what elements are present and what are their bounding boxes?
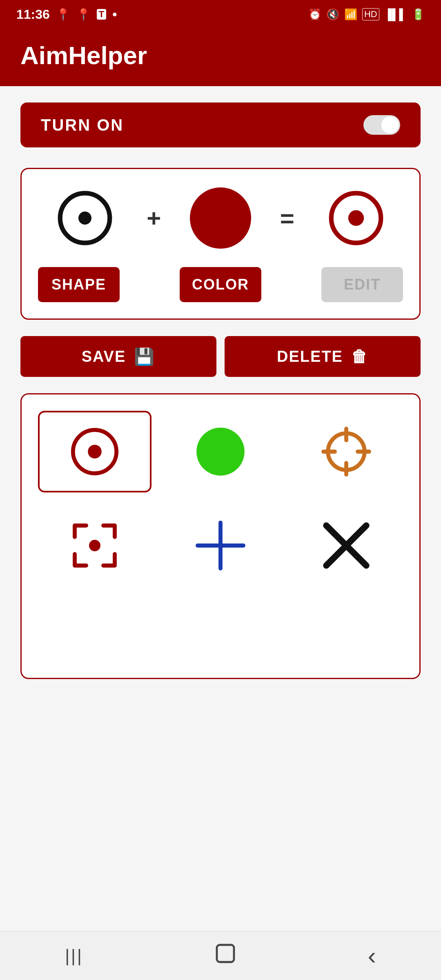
- app-title: AimHelper: [20, 41, 147, 69]
- status-bar-right: ⏰ 🔇 📶 HD ▐▌▌ 🔋: [308, 8, 425, 21]
- battery-icon: 🔋: [412, 8, 425, 21]
- delete-button[interactable]: DELETE 🗑: [225, 336, 421, 377]
- svg-point-6: [196, 428, 245, 476]
- color-button[interactable]: COLOR: [180, 267, 261, 302]
- crosshair-item-2[interactable]: [164, 411, 277, 492]
- shape-button[interactable]: SHAPE: [38, 267, 120, 302]
- alarm-icon: ⏰: [308, 8, 321, 21]
- trash-icon: 🗑: [351, 347, 368, 366]
- result-preview: [323, 185, 389, 251]
- action-buttons-row: SHAPE COLOR EDIT: [38, 267, 403, 302]
- save-delete-row: SAVE 💾 DELETE 🗑: [20, 336, 421, 377]
- turn-on-label: TURN ON: [41, 116, 124, 134]
- crosshair-item-5[interactable]: [164, 505, 277, 586]
- toggle-switch[interactable]: [363, 115, 400, 135]
- svg-point-1: [78, 212, 91, 225]
- green-circle-icon: [192, 423, 249, 480]
- crosshair-preview-card: + = SHAPE COLOR EDIT: [20, 168, 421, 320]
- bullseye-red-icon: [66, 423, 123, 480]
- crosshair-preview-row: + =: [38, 185, 403, 251]
- edit-button[interactable]: EDIT: [321, 267, 403, 302]
- back-icon: ‹: [368, 942, 376, 970]
- menu-icon: |||: [65, 946, 83, 966]
- blue-crosshair-icon: [192, 517, 249, 574]
- svg-point-5: [88, 445, 102, 459]
- talk-icon: T: [97, 9, 106, 20]
- status-bar: 11:36 📍 📍 T • ⏰ 🔇 📶 HD ▐▌▌ 🔋: [0, 0, 441, 29]
- result-ring-icon: [323, 185, 389, 251]
- shape-ring-icon: [52, 185, 118, 251]
- home-nav-button[interactable]: [213, 941, 238, 971]
- equals-operator: =: [280, 204, 294, 232]
- x-crosshair-icon: [318, 517, 375, 574]
- menu-nav-button[interactable]: |||: [65, 946, 83, 966]
- crosshair-item-3[interactable]: [290, 411, 403, 492]
- mute-icon: 🔇: [326, 8, 339, 21]
- location-icon: 📍: [56, 8, 70, 21]
- save-label: SAVE: [82, 348, 126, 365]
- crosshair-item-6[interactable]: [290, 505, 403, 586]
- home-icon: [213, 941, 238, 971]
- plus-operator: +: [147, 204, 161, 232]
- hd-icon: HD: [362, 8, 379, 20]
- signal-icon: ▐▌▌: [384, 8, 407, 21]
- orange-crosshair-icon: [318, 423, 375, 480]
- wifi-icon: 📶: [344, 8, 357, 21]
- crosshair-grid-card: [20, 393, 421, 679]
- delete-label: DELETE: [277, 348, 343, 365]
- svg-point-12: [89, 540, 100, 551]
- color-preview: [190, 187, 251, 249]
- color-dot-icon: [190, 187, 251, 249]
- red-focus-icon: [66, 517, 123, 574]
- crosshair-item-4[interactable]: [38, 505, 151, 586]
- save-icon: 💾: [134, 347, 155, 366]
- status-bar-left: 11:36 📍 📍 T •: [16, 7, 117, 22]
- main-content: TURN ON + =: [0, 86, 441, 695]
- app-header: AimHelper: [0, 29, 441, 86]
- shape-preview: [52, 185, 118, 251]
- time-display: 11:36: [16, 7, 50, 22]
- svg-rect-17: [217, 945, 234, 962]
- save-button[interactable]: SAVE 💾: [20, 336, 216, 377]
- turn-on-button[interactable]: TURN ON: [20, 102, 421, 147]
- svg-point-3: [348, 210, 363, 226]
- back-nav-button[interactable]: ‹: [368, 942, 376, 970]
- crosshair-grid: [38, 411, 403, 586]
- crosshair-item-1[interactable]: [38, 411, 151, 492]
- location-icon-2: 📍: [76, 8, 91, 21]
- dot-icon: •: [112, 7, 117, 22]
- nav-bar: ||| ‹: [0, 931, 441, 980]
